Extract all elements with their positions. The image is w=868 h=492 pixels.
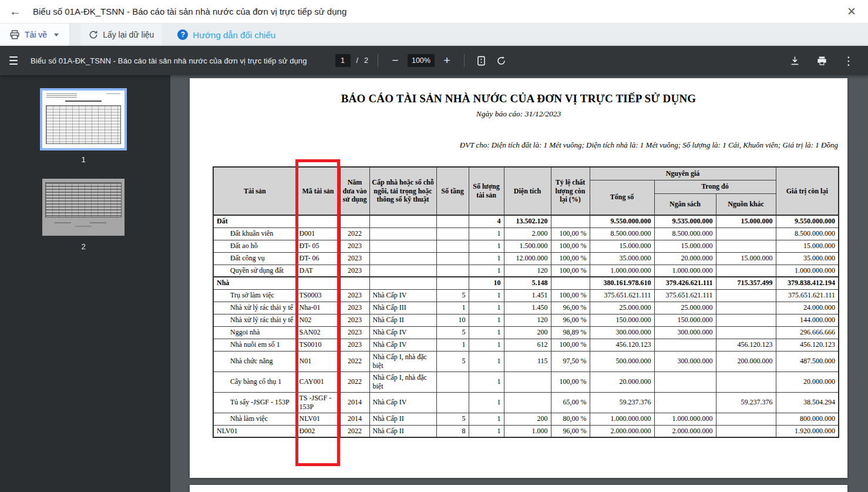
cell-quality: 100,00 % (551, 227, 590, 240)
cell-remaining: 296.666.666 (776, 326, 839, 339)
cell-building_class: Nhà Cấp IV (369, 289, 436, 302)
thumbnail-page-number: 1 (40, 155, 127, 164)
cell-code: Đ002 (296, 425, 340, 437)
cell-other (716, 302, 776, 314)
cell-total: 375.651.621.111 (590, 289, 654, 302)
cell-building_class (369, 215, 436, 227)
cell-year: 2022 (340, 227, 369, 240)
action-bar: Tải về Lấy lại dữ liệu ? Hướng dẫn đối c… (0, 24, 868, 46)
table-row: Đất công vụĐT- 062023112.000.000100,00 %… (213, 252, 839, 265)
cell-area: 115 (504, 351, 551, 371)
zoom-out-button[interactable]: − (388, 54, 403, 67)
download-icon[interactable] (787, 53, 802, 68)
cell-building_class: Nhà Cấp II (369, 413, 436, 425)
cell-area: 1.500.000 (504, 240, 551, 252)
cell-floors (436, 265, 469, 277)
table-row: Nhà làm việcNLV012014Nhà Cấp II5120080,0… (213, 413, 839, 425)
page-thumbnail-2[interactable] (42, 179, 125, 236)
cell-other: 15.000.000 (716, 252, 776, 265)
zoom-level-input[interactable]: 100% (408, 54, 435, 67)
cell-area: 13.502.120 (504, 215, 551, 227)
cell-building_class: Nhà Cấp IV (369, 326, 436, 339)
document-page-2 (190, 485, 847, 492)
menu-icon[interactable] (8, 54, 19, 67)
cell-quality: 96,00 % (551, 302, 590, 314)
rotate-icon[interactable] (494, 53, 509, 68)
page-number-input[interactable]: 1 (335, 54, 351, 67)
cell-building_class (369, 277, 436, 289)
cell-quantity: 1 (469, 314, 504, 326)
cell-name: Nhà nuôi em số 1 (213, 339, 296, 351)
cell-quality: 100,00 % (551, 339, 590, 351)
table-row: Tủ sấy -JSGF - 153PTS -JSGF - 153P2014Nh… (213, 392, 839, 413)
download-report-button[interactable]: Tải về (0, 24, 70, 46)
cell-quality (551, 277, 590, 289)
cell-name: Nhà chức năng (213, 351, 296, 371)
cell-year: 2023 (340, 265, 369, 277)
cell-budget: 1.000.000.000 (654, 265, 716, 277)
cell-remaining: 8.500.000.000 (776, 227, 839, 240)
print-icon[interactable] (814, 53, 829, 68)
table-row: Nhà105.148380.161.978.610379.426.621.111… (213, 277, 839, 289)
cell-quantity: 1 (469, 425, 504, 437)
cell-year (340, 277, 369, 289)
cell-budget: 300.000.000 (654, 351, 716, 371)
table-row: Quyền sử dụng đấtDAT20231120100,00 %1.00… (213, 265, 839, 277)
zoom-in-button[interactable]: + (439, 54, 455, 67)
cell-floors (436, 252, 469, 265)
more-options-icon[interactable]: ⋮ (841, 54, 856, 68)
toolbar-divider (378, 54, 378, 67)
cell-name: Đất khuân viên (213, 227, 296, 240)
cell-budget: 375.651.621.111 (654, 289, 716, 302)
chevron-down-icon (54, 34, 59, 36)
page-thumbnail-1[interactable] (40, 88, 127, 150)
cell-total: 35.000.000 (590, 252, 654, 265)
cell-code: ĐT- 06 (296, 252, 340, 265)
table-row: Đất khuân viênĐ001202212.000100,00 %8.50… (213, 227, 839, 240)
cell-other (716, 413, 776, 425)
unit-note: ĐVT cho: Diện tích đất là: 1 Mét vuông; … (460, 140, 838, 150)
cell-year: 2023 (340, 314, 369, 326)
cell-building_class: Nhà Cấp I, nhà đặc biệt (369, 371, 436, 392)
cell-area: 612 (504, 339, 551, 351)
close-icon[interactable]: ✕ (846, 5, 857, 18)
cell-code (296, 215, 340, 227)
cell-total: 15.000.000 (590, 240, 654, 252)
cell-name: Tủ sấy -JSGF - 153P (213, 392, 296, 413)
cell-budget (654, 392, 716, 413)
cell-remaining: 20.000.000 (776, 371, 839, 392)
cell-code: N02 (296, 314, 340, 326)
asset-report-table: Tài sản Mã tài sản Năm đưa vào sử dụng C… (213, 166, 839, 438)
cell-remaining: 379.838.412.194 (776, 277, 839, 289)
cell-other (716, 227, 776, 240)
cell-area (504, 392, 551, 413)
cell-total: 300.000.000 (590, 326, 654, 339)
cell-code: TS -JSGF - 153P (296, 392, 340, 413)
cell-quantity: 1 (469, 252, 504, 265)
cell-total: 2.000.000.000 (590, 425, 654, 437)
cell-area: 1.000 (504, 425, 551, 437)
cell-other (716, 240, 776, 252)
pdf-viewer[interactable]: BÁO CÁO TÀI SẢN NHÀ NƯỚC CỦA ĐƠN VỊ TRỰC… (170, 75, 868, 492)
cell-total: 150.000.000 (590, 314, 654, 326)
fit-page-button[interactable] (474, 53, 489, 68)
cell-code: CAY001 (296, 371, 340, 392)
comparison-guide-link[interactable]: ? Hướng dẫn đối chiếu (169, 24, 284, 46)
cell-quality (551, 215, 590, 227)
cell-code (296, 277, 340, 289)
col-header-original-price: Nguyên giá (590, 167, 776, 180)
cell-quantity: 1 (469, 326, 504, 339)
cell-name: Nhà xử lý rác thải y tế (213, 302, 296, 314)
reload-data-button[interactable]: Lấy lại dữ liệu (80, 24, 162, 46)
thumbnail-table (46, 105, 121, 144)
cell-quality: 100,00 % (551, 289, 590, 302)
cell-name: Đất ao hồ (213, 240, 296, 252)
cell-budget: 150.000.000 (654, 314, 716, 326)
table-row: Đất ao hồĐT- 05202311.500.000100,00 %15.… (213, 240, 839, 252)
table-row: NLV01Đ0022022Nhà Cấp II811.00096,00 %2.0… (213, 425, 839, 437)
cell-floors: 5 (436, 413, 469, 425)
back-arrow-icon[interactable]: ← (9, 5, 26, 18)
cell-quantity: 1 (469, 351, 504, 371)
cell-remaining: 456.120.123 (776, 339, 839, 351)
cell-floors (436, 215, 469, 227)
